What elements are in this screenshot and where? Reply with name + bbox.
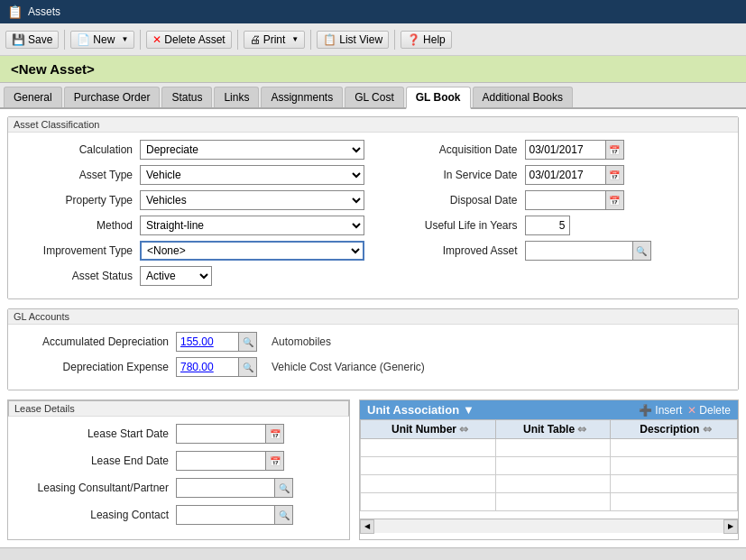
tab-gl-book[interactable]: GL Book (406, 87, 471, 109)
main-content: Asset Classification Calculation Depreci… (0, 109, 746, 547)
depreciation-expense-desc: Vehicle Cost Variance (Generic) (272, 361, 425, 373)
tabs: General Purchase Order Status Links Assi… (0, 83, 746, 109)
lease-start-date-input[interactable] (176, 424, 266, 444)
in-service-date-input[interactable] (525, 165, 606, 185)
lease-start-date-row: Lease Start Date 📅 (15, 424, 342, 444)
print-button[interactable]: 🖨 Print ▼ (244, 31, 306, 49)
asset-status-select-wrapper: Active Inactive Disposed (140, 266, 212, 286)
lease-details-section: Lease Details Lease Start Date 📅 Lease E… (7, 399, 350, 540)
disposal-date-wrapper: 📅 (525, 190, 732, 210)
new-button[interactable]: 📄 New ▼ (70, 31, 134, 49)
save-icon: 💾 (12, 33, 25, 46)
disposal-date-row: Disposal Date 📅 (382, 190, 732, 210)
toolbar: 💾 Save 📄 New ▼ ✕ Delete Asset 🖨 Print ▼ … (0, 23, 746, 56)
gl-accounts-body: Accumulated Depreciation 🔍 Automobiles D… (8, 325, 738, 390)
calculation-label: Calculation (15, 143, 133, 156)
scroll-right-button[interactable]: ▶ (723, 519, 738, 534)
unit-table: Unit Number ⇔ Unit Table ⇔ Description ⇔ (360, 419, 738, 511)
col-resize-handle-3[interactable]: ⇔ (703, 423, 708, 436)
toolbar-separator (64, 30, 65, 50)
calculation-select-wrapper: Depreciate None (140, 140, 364, 160)
depreciation-expense-search-button[interactable]: 🔍 (239, 357, 257, 377)
acquisition-date-row: Acquisition Date 📅 (382, 140, 732, 160)
unit-horizontal-scrollbar: ◀ ▶ (360, 519, 738, 533)
lease-start-date-label: Lease Start Date (15, 427, 169, 440)
disposal-date-label: Disposal Date (382, 194, 518, 207)
unit-association-dropdown-arrow[interactable]: ▼ (463, 403, 474, 417)
accumulated-depreciation-input[interactable] (176, 332, 239, 352)
leasing-consultant-search-button[interactable]: 🔍 (275, 478, 293, 498)
table-row (361, 439, 738, 457)
improvement-type-select[interactable]: <None> (140, 241, 364, 261)
useful-life-input[interactable] (525, 216, 570, 235)
asset-status-select[interactable]: Active Inactive Disposed (140, 266, 212, 286)
leasing-contact-row: Leasing Contact 🔍 (15, 505, 342, 525)
toolbar-separator-3 (237, 30, 238, 50)
unit-table-container: Unit Number ⇔ Unit Table ⇔ Description ⇔ (360, 419, 738, 519)
tab-status[interactable]: Status (161, 87, 212, 107)
asset-classification-body: Calculation Depreciate None Asset Type (8, 133, 738, 298)
save-button[interactable]: 💾 Save (5, 31, 59, 49)
improved-asset-input[interactable] (525, 241, 633, 261)
bottom-layout: Lease Details Lease Start Date 📅 Lease E… (7, 399, 739, 540)
leasing-contact-search-button[interactable]: 🔍 (275, 505, 293, 525)
col-resize-handle-2[interactable]: ⇔ (577, 423, 583, 436)
improvement-type-row: Improvement Type <None> (15, 241, 364, 261)
leasing-contact-input[interactable] (176, 505, 275, 525)
app-icon: 📋 (7, 5, 23, 19)
table-row (361, 457, 738, 475)
unit-association-actions: ➕ Insert ✕ Delete (639, 404, 731, 417)
depreciation-expense-input[interactable] (176, 357, 239, 377)
method-select[interactable]: Straight-line Double Declining (140, 216, 364, 235)
in-service-date-calendar-button[interactable]: 📅 (606, 165, 624, 185)
unit-insert-button[interactable]: ➕ Insert (639, 404, 682, 417)
lease-details-title: Lease Details (8, 400, 349, 417)
method-label: Method (15, 219, 133, 232)
in-service-date-label: In Service Date (382, 169, 518, 181)
unit-association-section: Unit Association ▼ ➕ Insert ✕ Delete (359, 399, 739, 540)
new-dropdown-arrow: ▼ (121, 35, 128, 43)
disposal-date-calendar-button[interactable]: 📅 (606, 190, 624, 210)
asset-type-select[interactable]: Vehicle Equipment (140, 165, 364, 185)
help-icon: ❓ (407, 33, 420, 46)
calculation-select[interactable]: Depreciate None (140, 140, 364, 160)
accumulated-depreciation-desc: Automobiles (272, 335, 331, 348)
depreciation-expense-row: Depreciation Expense 🔍 Vehicle Cost Vari… (15, 357, 731, 377)
col-resize-handle-1[interactable]: ⇔ (459, 423, 465, 436)
leasing-contact-label: Leasing Contact (15, 509, 169, 521)
unit-delete-button[interactable]: ✕ Delete (687, 404, 731, 417)
delete-button[interactable]: ✕ Delete Asset (146, 31, 231, 49)
asset-type-select-wrapper: Vehicle Equipment (140, 165, 364, 185)
lease-end-date-calendar-button[interactable]: 📅 (266, 451, 284, 471)
tab-gl-cost[interactable]: GL Cost (345, 87, 404, 107)
accumulated-depreciation-search-button[interactable]: 🔍 (239, 332, 257, 352)
scroll-left-button[interactable]: ◀ (360, 519, 374, 534)
acquisition-date-input[interactable] (525, 140, 606, 160)
unit-number-header: Unit Number ⇔ (361, 420, 496, 439)
improvement-type-select-wrapper: <None> (140, 241, 364, 261)
lease-end-date-row: Lease End Date 📅 (15, 451, 342, 471)
accumulated-depreciation-label: Accumulated Depreciation (15, 335, 169, 348)
help-button[interactable]: ❓ Help (401, 31, 452, 49)
delete-icon: ✕ (152, 33, 161, 46)
tab-assignments[interactable]: Assignments (261, 87, 343, 107)
disposal-date-input[interactable] (525, 190, 606, 210)
property-type-select[interactable]: Vehicles Equipment (140, 190, 364, 210)
acquisition-date-calendar-button[interactable]: 📅 (606, 140, 624, 160)
improved-asset-search-button[interactable]: 🔍 (633, 241, 651, 261)
listview-button[interactable]: 📋 List View (317, 31, 389, 49)
tab-general[interactable]: General (4, 87, 62, 107)
description-header: Description ⇔ (611, 420, 738, 439)
improvement-type-label: Improvement Type (15, 244, 133, 257)
improved-asset-row: Improved Asset 🔍 (382, 241, 732, 261)
asset-type-row: Asset Type Vehicle Equipment (15, 165, 364, 185)
lease-end-date-input[interactable] (176, 451, 266, 471)
leasing-consultant-input[interactable] (176, 478, 275, 498)
listview-icon: 📋 (323, 33, 336, 46)
lease-start-date-calendar-button[interactable]: 📅 (266, 424, 284, 444)
tab-additional-books[interactable]: Additional Books (473, 87, 573, 107)
tab-links[interactable]: Links (214, 87, 259, 107)
tab-purchase-order[interactable]: Purchase Order (64, 87, 161, 107)
title-bar: 📋 Assets (0, 0, 746, 23)
asset-status-row: Asset Status Active Inactive Disposed (15, 266, 364, 286)
